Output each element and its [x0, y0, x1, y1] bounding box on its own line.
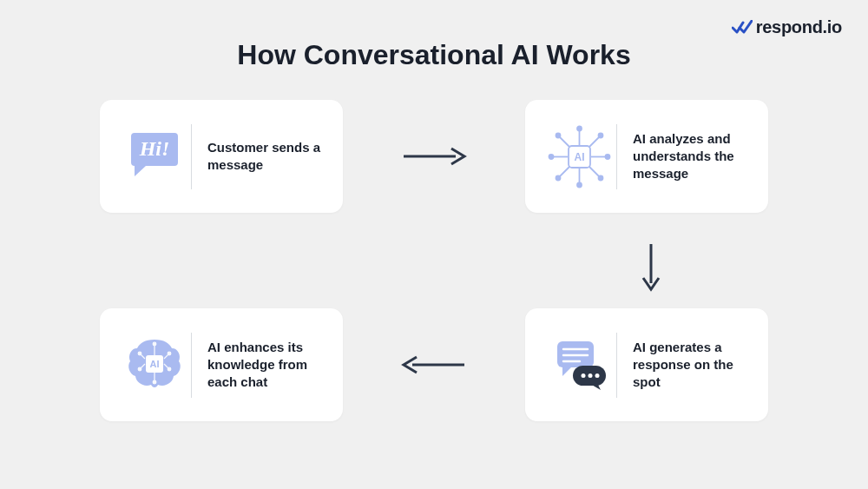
- svg-point-30: [168, 367, 171, 371]
- svg-line-13: [560, 166, 570, 176]
- ai-brain-icon: AI: [117, 331, 191, 399]
- svg-point-29: [168, 352, 171, 355]
- svg-point-6: [549, 155, 554, 159]
- step-card-3: AI generates a response on the spot: [525, 308, 768, 421]
- svg-point-28: [138, 367, 141, 371]
- step-card-2: AI AI analyzes and understands the messa…: [525, 100, 768, 213]
- ai-chip-icon: AI: [542, 124, 616, 189]
- svg-text:AI: AI: [149, 359, 159, 369]
- svg-point-12: [599, 133, 603, 137]
- svg-point-25: [589, 373, 593, 378]
- svg-point-16: [599, 175, 603, 180]
- brand-logo: respond.io: [732, 17, 842, 37]
- svg-point-27: [138, 352, 141, 355]
- svg-line-15: [589, 166, 599, 176]
- svg-line-11: [589, 137, 599, 148]
- svg-text:Hi!: Hi!: [138, 137, 169, 160]
- svg-point-10: [556, 133, 561, 137]
- svg-point-8: [606, 155, 610, 159]
- svg-point-32: [153, 380, 156, 384]
- step-label-2: AI analyzes and understands the message: [617, 130, 751, 183]
- svg-point-31: [153, 342, 156, 346]
- step-label-4: AI enhances its knowledge from each chat: [192, 339, 326, 392]
- svg-point-26: [595, 373, 600, 378]
- page-title: How Conversational AI Works: [0, 39, 868, 71]
- arrow-left-icon: [399, 352, 469, 381]
- step-card-4: AI AI enhances its knowledge from each c…: [100, 308, 343, 421]
- svg-line-9: [560, 137, 570, 148]
- arrow-right-icon: [399, 143, 469, 173]
- arrow-down-icon: [638, 241, 664, 297]
- svg-point-2: [577, 126, 582, 130]
- step-label-1: Customer sends a message: [192, 139, 326, 175]
- svg-text:AI: AI: [575, 151, 585, 163]
- chat-bubbles-icon: [542, 333, 616, 398]
- svg-point-24: [582, 373, 586, 378]
- svg-point-14: [556, 175, 561, 180]
- svg-point-4: [577, 182, 582, 187]
- speech-bubble-hi-icon: Hi!: [117, 126, 191, 187]
- brand-text: respond.io: [756, 17, 842, 37]
- brand-checkmark-icon: [732, 20, 753, 36]
- step-label-3: AI generates a response on the spot: [617, 339, 751, 392]
- step-card-1: Hi! Customer sends a message: [100, 100, 343, 213]
